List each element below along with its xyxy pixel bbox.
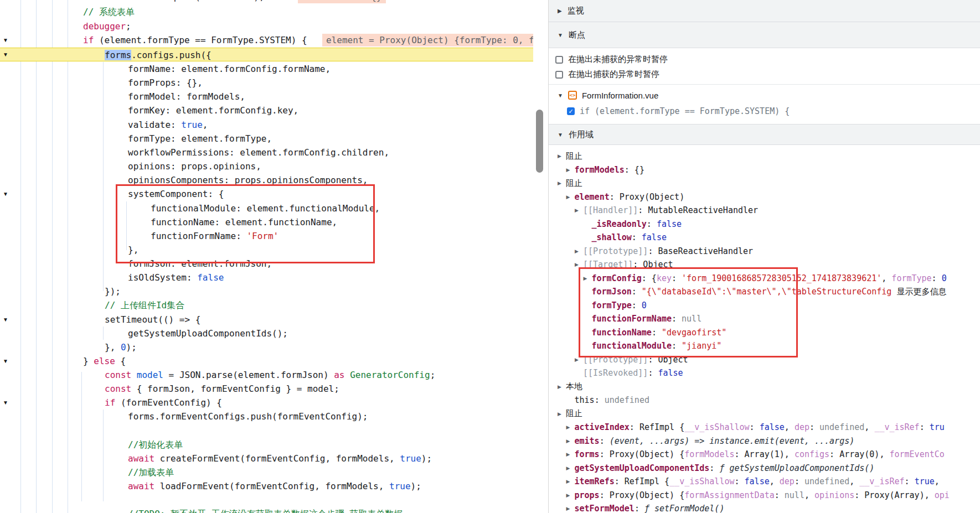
scope-row[interactable]: ▶setFormModel: ƒ setFormModel() bbox=[549, 502, 980, 513]
code-token: { formJson, formEventConfig } = model; bbox=[131, 384, 339, 394]
code-line[interactable]: formType: element.formType, bbox=[0, 132, 533, 146]
code-token: formModels bbox=[575, 165, 625, 175]
scope-row[interactable]: ▶[[Handler]]: MutableReactiveHandler bbox=[549, 204, 980, 217]
code-token: : {} bbox=[625, 165, 644, 175]
code-token: dep bbox=[780, 476, 795, 486]
expand-arrow-icon[interactable]: ▶ bbox=[566, 194, 575, 200]
code-line[interactable]: opinions: props.opinions, bbox=[0, 159, 533, 173]
code-line[interactable]: formKey: element.formConfig.key, bbox=[0, 103, 533, 117]
checkbox-unchecked[interactable] bbox=[555, 71, 563, 79]
code-line[interactable]: isOldSystem: false bbox=[0, 271, 533, 284]
fold-arrow-icon[interactable]: ▼ bbox=[1, 354, 10, 368]
code-line[interactable]: }, 0); bbox=[0, 340, 533, 354]
scope-row[interactable]: ▶[[Prototype]]: BaseReactiveHandler bbox=[549, 245, 980, 258]
scope-row[interactable]: ▶element: Proxy(Object) bbox=[549, 190, 980, 204]
breakpoint-file-row[interactable]: ▼ <> FormInformation.vue bbox=[549, 87, 980, 103]
expand-arrow-icon[interactable]: ▶ bbox=[566, 465, 575, 471]
code-line[interactable]: formProps: {}, bbox=[0, 76, 533, 90]
chevron-down-icon[interactable]: ▼ bbox=[558, 92, 563, 99]
code-line[interactable]: } else { bbox=[0, 354, 533, 368]
scope-row[interactable]: ▶阻止 bbox=[549, 177, 980, 190]
pause-option-row[interactable]: 在抛出未捕获的异常时暂停 bbox=[549, 52, 980, 67]
code-line[interactable]: formName: element.formConfig.formName, bbox=[0, 62, 533, 76]
expand-arrow-icon[interactable]: ▶ bbox=[575, 262, 583, 267]
checkbox-unchecked[interactable] bbox=[555, 56, 563, 64]
breakpoint-checkbox[interactable]: ✓ bbox=[567, 107, 575, 115]
code-line[interactable]: debugger; bbox=[0, 19, 533, 33]
watch-section-header[interactable]: ▶ 监视 bbox=[549, 0, 980, 22]
breakpoint-entry-row[interactable]: ✓ if (element.formType == FormType.SYSTE… bbox=[549, 103, 980, 119]
code-line[interactable]: }); bbox=[0, 284, 533, 298]
expand-arrow-icon[interactable]: ▶ bbox=[566, 506, 575, 511]
code-line[interactable]: //TODO: 暂不放开 工作流没有获取表单数据这个步骤 获取表单数据 bbox=[0, 507, 533, 513]
code-line[interactable]: if (formEventConfig) { bbox=[0, 396, 533, 410]
code-line[interactable]: forms.formModels.push(formModels);formMo… bbox=[0, 0, 533, 4]
code-line[interactable]: formModel: formModels, bbox=[0, 90, 533, 103]
scope-row[interactable]: ▶itemRefs: RefImpl {__v_isShallow: false… bbox=[549, 475, 980, 489]
scope-row[interactable]: ▶formModels: {} bbox=[549, 163, 980, 177]
expand-arrow-icon[interactable]: ▶ bbox=[566, 424, 575, 430]
expand-arrow-icon[interactable]: ▶ bbox=[566, 479, 575, 484]
scope-row[interactable]: ▶forms: Proxy(Object) {formModels: Array… bbox=[549, 448, 980, 462]
breakpoint-condition[interactable]: if (element.formType == FormType.SYSTEM)… bbox=[580, 106, 790, 116]
execution-line[interactable]: forms.configs.push({ bbox=[0, 48, 533, 61]
expand-arrow-icon[interactable]: ▶ bbox=[558, 180, 566, 186]
code-token: __v_isShallow bbox=[684, 422, 749, 432]
code-line[interactable]: getSystemUploadComponentIds(); bbox=[0, 327, 533, 340]
fold-arrow-icon[interactable]: ▼ bbox=[1, 48, 10, 61]
chevron-right-icon[interactable]: ▶ bbox=[558, 8, 562, 14]
expand-arrow-icon[interactable]: ▶ bbox=[575, 357, 583, 362]
fold-arrow-icon[interactable]: ▼ bbox=[1, 396, 10, 410]
scrollbar-thumb[interactable] bbox=[536, 110, 543, 173]
scope-row[interactable]: this: undefined bbox=[549, 393, 980, 407]
scope-row[interactable]: _isReadonly: false bbox=[549, 217, 980, 231]
code-line[interactable]: //初始化表单 bbox=[0, 438, 533, 452]
code-token: , bbox=[935, 476, 945, 486]
chevron-down-icon[interactable]: ▼ bbox=[558, 132, 563, 138]
code-token: [[IsRevoked]] bbox=[583, 368, 648, 378]
code-line[interactable]: // 系统表单 bbox=[0, 5, 533, 19]
scope-section-header[interactable]: ▼ 作用域 bbox=[549, 124, 980, 145]
code-line[interactable]: validate: true, bbox=[0, 118, 533, 132]
code-line[interactable]: if (element.formType == FormType.SYSTEM)… bbox=[0, 33, 533, 47]
expand-arrow-icon[interactable]: ▶ bbox=[575, 208, 583, 213]
code-editor[interactable]: forms.formModels.push(formModels);formMo… bbox=[0, 0, 533, 513]
code-token: false bbox=[745, 476, 770, 486]
breakpoint-file-name: FormInformation.vue bbox=[582, 91, 658, 100]
code-line[interactable]: //加载表单 bbox=[0, 465, 533, 479]
scope-row[interactable]: [[IsRevoked]]: false bbox=[549, 366, 980, 380]
fold-arrow-icon[interactable]: ▼ bbox=[1, 33, 10, 47]
expand-arrow-icon[interactable]: ▶ bbox=[558, 384, 566, 390]
code-line[interactable]: const { formJson, formEventConfig } = mo… bbox=[0, 382, 533, 396]
expand-arrow-icon[interactable]: ▶ bbox=[566, 452, 575, 457]
scope-row[interactable]: ▶activeIndex: RefImpl {__v_isShallow: fa… bbox=[549, 421, 980, 434]
scope-row[interactable]: ▶阻止 bbox=[549, 149, 980, 163]
scope-row[interactable]: ▶阻止 bbox=[549, 407, 980, 421]
fold-arrow-icon[interactable]: ▼ bbox=[1, 313, 10, 327]
scope-row[interactable]: ▶getSystemUploadComponentIds: ƒ getSyste… bbox=[549, 462, 980, 475]
code-line[interactable]: await loadFormEvent(formEventConfig, for… bbox=[0, 479, 533, 493]
expand-arrow-icon[interactable]: ▶ bbox=[558, 411, 566, 417]
editor-scrollbar[interactable] bbox=[533, 0, 548, 513]
expand-arrow-icon[interactable]: ▶ bbox=[575, 248, 583, 254]
code-line[interactable]: setTimeout(() => { bbox=[0, 313, 533, 327]
pause-option-row[interactable]: 在抛出捕获的异常时暂停 bbox=[549, 67, 980, 82]
chevron-down-icon[interactable]: ▼ bbox=[558, 32, 563, 38]
code-token: this bbox=[575, 395, 595, 405]
breakpoints-section-header[interactable]: ▼ 断点 bbox=[549, 22, 980, 48]
scope-row[interactable]: ▶emits: (event, ...args) => instance.emi… bbox=[549, 434, 980, 448]
expand-arrow-icon[interactable]: ▶ bbox=[558, 153, 566, 159]
scope-row[interactable]: ▶本地 bbox=[549, 380, 980, 394]
fold-arrow-icon[interactable]: ▼ bbox=[1, 187, 10, 201]
code-line[interactable]: forms.formEventConfigs.push(formEventCon… bbox=[0, 410, 533, 423]
code-line[interactable]: const model = JSON.parse(element.formJso… bbox=[0, 368, 533, 382]
expand-arrow-icon[interactable]: ▶ bbox=[566, 167, 575, 173]
scope-row[interactable]: ▶props: Proxy(Object) {formAssignmentDat… bbox=[549, 489, 980, 502]
code-line[interactable]: // 上传组件Id集合 bbox=[0, 298, 533, 312]
scope-row[interactable]: _shallow: false bbox=[549, 231, 980, 245]
expand-arrow-icon[interactable]: ▶ bbox=[566, 493, 575, 498]
code-token: forms bbox=[105, 50, 131, 60]
code-line[interactable]: workflowPermissions: element.formConfig.… bbox=[0, 146, 533, 159]
code-line[interactable]: await createFormEvent(formEventConfig, f… bbox=[0, 452, 533, 465]
expand-arrow-icon[interactable]: ▶ bbox=[566, 438, 575, 444]
